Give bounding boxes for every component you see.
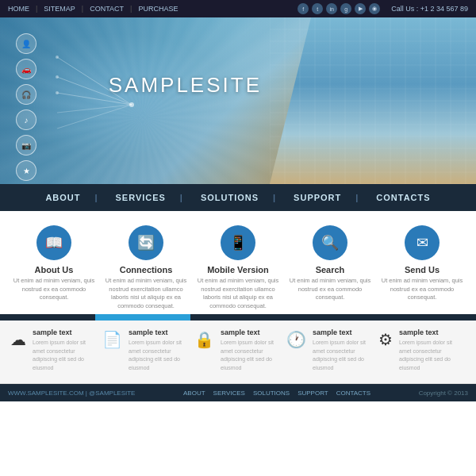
footer-gear-title: sample text	[399, 328, 466, 336]
social-youtube[interactable]: ▶	[355, 3, 366, 14]
bottom-nav-solutions[interactable]: SOLUTIONS	[253, 390, 290, 397]
buildings-lines	[270, 17, 476, 184]
footer-col-lock: 🔒 sample text Lorem ipsum dolor sit amet…	[194, 328, 282, 378]
about-icon: 📖	[36, 225, 71, 260]
hero-icon-car: 🚗	[16, 59, 36, 79]
hero-section: 👤 🚗 🎧 ♪ 📷 ★ SAMPLESITE	[0, 17, 476, 184]
footer-col-doc: 📄 sample text Lorem ipsum dolor sit amet…	[102, 328, 190, 378]
nav-services[interactable]: SERVICES	[98, 184, 183, 211]
nav-purchase[interactable]: PURCHASE	[138, 5, 178, 13]
hero-icon-camera: 📷	[16, 135, 36, 155]
footer-gear-desc: Lorem ipsum dolor sit amet consectetur a…	[399, 339, 466, 372]
footer-lock-title: sample text	[221, 328, 282, 336]
footer-col-gear: ⚙ sample text Lorem ipsum dolor sit amet…	[378, 328, 466, 378]
footer-clock-desc: Lorem ipsum dolor sit amet consectetur a…	[313, 339, 374, 372]
svg-point-8	[56, 91, 59, 94]
bottom-nav-about[interactable]: ABOUT	[183, 390, 205, 397]
connection-lines	[36, 41, 195, 168]
footer-cloud-title: sample text	[33, 328, 98, 336]
about-desc: Ut enim ad minim veniam, quis nostrud ex…	[13, 277, 96, 302]
social-linkedin[interactable]: in	[326, 3, 337, 14]
connections-desc: Ut enim ad minim veniam, quis nostrud ex…	[105, 277, 188, 310]
connections-title: Connections	[120, 265, 173, 274]
feature-mobile: 📱 Mobile Version Ut enim ad minim veniam…	[197, 225, 280, 310]
send-title: Send Us	[405, 265, 440, 274]
social-twitter[interactable]: t	[312, 3, 323, 14]
clock-icon: 🕐	[286, 330, 306, 349]
bottom-nav-contacts[interactable]: CONTACTS	[336, 390, 370, 397]
social-icons: f t in g ▶ ◉	[298, 3, 380, 14]
svg-line-3	[57, 105, 132, 113]
gear-icon: ⚙	[378, 330, 393, 349]
connections-icon: 🔄	[129, 225, 163, 260]
bottom-nav-support[interactable]: SUPPORT	[298, 390, 328, 397]
nav-bar: ABOUT SERVICES SOLUTIONS SUPPORT CONTACT…	[0, 184, 476, 211]
lock-icon: 🔒	[194, 330, 214, 349]
feature-about: 📖 About Us Ut enim ad minim veniam, quis…	[13, 225, 96, 302]
mobile-title: Mobile Version	[207, 265, 269, 274]
bottom-center-nav: ABOUT SERVICES SOLUTIONS SUPPORT CONTACT…	[183, 390, 370, 397]
footer-lock-desc: Lorem ipsum dolor sit amet consectetur a…	[221, 339, 282, 372]
cloud-icon: ☁	[10, 330, 26, 349]
svg-line-4	[57, 105, 132, 129]
search-title: Search	[316, 265, 345, 274]
nav-solutions[interactable]: SOLUTIONS	[183, 184, 276, 211]
mobile-desc: Ut enim ad minim veniam, quis nostrud ex…	[197, 277, 280, 310]
svg-point-6	[56, 56, 59, 59]
footer-col-clock: 🕐 sample text Lorem ipsum dolor sit amet…	[286, 328, 374, 378]
hero-icon-headphones: 🎧	[16, 84, 36, 105]
send-desc: Ut enim ad minim veniam, quis nostrud ex…	[381, 277, 464, 302]
social-facebook[interactable]: f	[298, 3, 309, 14]
divider-strip	[0, 314, 476, 321]
nav-about[interactable]: ABOUT	[28, 184, 98, 211]
features-section: 📖 About Us Ut enim ad minim veniam, quis…	[0, 211, 476, 314]
bottom-bar: WWW.SAMPLESITE.COM | @SAMPLESITE ABOUT S…	[0, 384, 476, 401]
social-google[interactable]: g	[340, 3, 351, 14]
call-us: Call Us : +1 2 34 567 89	[391, 5, 468, 13]
svg-point-5	[129, 102, 134, 107]
document-icon: 📄	[102, 330, 122, 349]
hero-icon-music: ♪	[16, 109, 36, 130]
footer-cloud-desc: Lorem ipsum dolor sit amet consectetur a…	[33, 339, 98, 372]
hero-icons: 👤 🚗 🎧 ♪ 📷 ★	[16, 33, 36, 181]
feature-search: 🔍 Search Ut enim ad minim veniam, quis n…	[289, 225, 372, 302]
nav-contacts[interactable]: CONTACTS	[359, 184, 447, 211]
send-icon: ✉	[405, 225, 440, 260]
footer-col-cloud: ☁ sample text Lorem ipsum dolor sit amet…	[10, 328, 98, 378]
hero-title: SAMPLESITE	[109, 73, 262, 98]
feature-connections: 🔄 Connections Ut enim ad minim veniam, q…	[105, 225, 188, 310]
footer-content: ☁ sample text Lorem ipsum dolor sit amet…	[0, 321, 476, 384]
bottom-copyright: Copyright © 2013	[419, 390, 468, 397]
top-bar: HOME | SITEMAP | CONTACT | PURCHASE f t …	[0, 0, 476, 17]
footer-doc-desc: Lorem ipsum dolor sit amet consectetur a…	[129, 339, 190, 372]
bottom-site-info: WWW.SAMPLESITE.COM | @SAMPLESITE	[8, 390, 135, 397]
hero-icon-extra: ★	[16, 160, 36, 181]
nav-sitemap[interactable]: SITEMAP	[44, 5, 75, 13]
top-nav: HOME | SITEMAP | CONTACT | PURCHASE	[8, 5, 178, 13]
nav-support[interactable]: SUPPORT	[276, 184, 359, 211]
bottom-nav-services[interactable]: SERVICES	[213, 390, 245, 397]
social-rss[interactable]: ◉	[369, 3, 380, 14]
search-desc: Ut enim ad minim veniam, quis nostrud ex…	[289, 277, 372, 302]
footer-doc-title: sample text	[129, 328, 190, 336]
about-title: About Us	[35, 265, 74, 274]
search-icon: 🔍	[313, 225, 347, 260]
nav-home[interactable]: HOME	[8, 5, 29, 13]
svg-point-7	[56, 75, 59, 79]
feature-send: ✉ Send Us Ut enim ad minim veniam, quis …	[381, 225, 464, 302]
mobile-icon: 📱	[221, 225, 255, 260]
nav-contact[interactable]: CONTACT	[90, 5, 124, 13]
footer-clock-title: sample text	[313, 328, 374, 336]
hero-icon-user: 👤	[16, 33, 36, 54]
